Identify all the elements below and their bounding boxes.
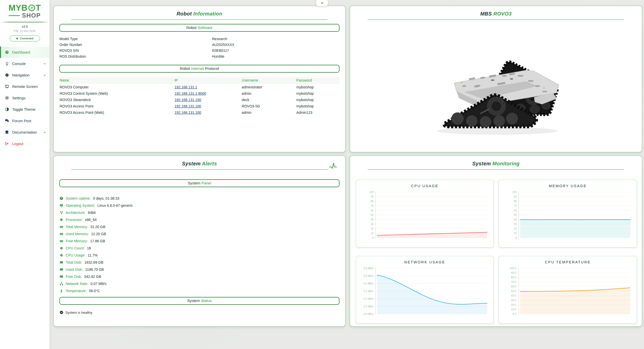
stat-label: Network Rate: [66, 282, 88, 286]
memory-usage-panel: MEMORY USAGE 1009080706050403020100 [498, 180, 637, 248]
ip-link[interactable]: 192.168.131.100 [175, 104, 201, 108]
sidebar-item-documentation[interactable]: Documentation [0, 126, 49, 138]
stat-row-free-memory: Free Memory:17.86 GB [59, 237, 340, 245]
svg-text:0°C: 0°C [512, 313, 517, 315]
ip-link[interactable]: 192.168.131.1 [175, 85, 197, 89]
sidebar-item-dashboard[interactable]: Dashboard [0, 46, 49, 58]
sidebar-item-remote-screen[interactable]: Remote Screen [0, 81, 49, 92]
svg-text:100°C: 100°C [510, 267, 517, 270]
disk-icon [59, 275, 63, 279]
chevron-down-icon [43, 131, 46, 134]
sidebar-item-label: Documentation [12, 130, 37, 134]
table-row: ROVO3 Control System (Web)192.168.131.1:… [59, 90, 340, 97]
username-value: admin [242, 109, 296, 116]
sidebar-item-console[interactable]: Console [0, 58, 49, 69]
stat-value: 0 days, 01:38:33 [93, 196, 120, 200]
cpu-usage-chart-title: CPU USAGE [356, 184, 493, 188]
robot-3d-image [426, 42, 568, 147]
sidebar-item-toggle-theme[interactable]: Toggle Theme [0, 104, 49, 115]
title-underline [71, 169, 328, 170]
robot-head-icon [28, 4, 36, 12]
svg-text:0: 0 [372, 236, 374, 239]
health-status-text: System is healthy [65, 311, 92, 314]
main-content: Robot Information Robot Software Model T… [49, 0, 644, 349]
robot-internet-protocol-section-header: Robot Internet Protocol [59, 65, 340, 73]
svg-text:20: 20 [371, 227, 374, 230]
forum-icon [5, 119, 9, 123]
table-row: ROVO3 Access Point192.168.131.100ROVO3-5… [59, 103, 340, 109]
svg-text:0.3 MB/s: 0.3 MB/s [364, 275, 374, 277]
password-value: mybotshop [296, 97, 340, 103]
username-value: administrator [242, 84, 296, 90]
stat-row-total-memory: Total Memory:31.20 GB [59, 223, 340, 230]
stat-label: CPU Count: [66, 246, 85, 250]
system-monitoring-title: System Monitoring [350, 161, 642, 167]
chip-icon [59, 253, 63, 257]
field-label: ROS Distribution [59, 54, 86, 58]
stat-value: 11.7% [88, 253, 98, 257]
logout-icon [5, 141, 9, 146]
svg-text:70: 70 [514, 204, 517, 207]
robot-information-title: Robot Information [54, 11, 345, 17]
stat-row-operating-system: Operating System:Linux 6.8.0-87-generic [59, 202, 340, 209]
cpu-temperature-chart-title: CPU TEMPERATURE [499, 260, 637, 264]
robot-information-card: Robot Information Robot Software Model T… [53, 6, 346, 152]
stat-row-temperature: Temperature:56.0°C [59, 287, 340, 294]
svg-text:10: 10 [514, 232, 517, 235]
stat-value: 542.82 GB [84, 275, 101, 279]
field-label: ROVO3 S/N [59, 49, 79, 53]
ip-link[interactable]: 192.168.131.100 [175, 110, 201, 115]
svg-text:30°C: 30°C [511, 299, 516, 302]
sidebar: MYB T SHOP v3.5 FW: 14 Nov 2025 Connecte… [0, 0, 50, 349]
stat-row-architecture: Architecture:64bit [59, 209, 340, 216]
sidebar-item-settings[interactable]: Settings [0, 92, 49, 104]
pulse-icon [327, 162, 338, 170]
stat-label: CPU Usage: [66, 253, 86, 257]
theme-icon [5, 107, 9, 112]
thermometer-icon [59, 289, 63, 293]
device-name: ROVO3 Control System (Web) [59, 90, 174, 97]
cpu-temperature-panel: CPU TEMPERATURE 100°C90°C80°C70°C60°C50°… [498, 256, 637, 324]
stat-label: Operating System: [66, 203, 95, 208]
memory-icon [59, 239, 63, 243]
sidebar-item-logout[interactable]: Logout [0, 138, 49, 149]
ip-link[interactable]: 192.168.131.150 [175, 98, 201, 102]
network-usage-chart-title: NETWORK USAGE [356, 260, 493, 264]
svg-text:0.1 MB/s: 0.1 MB/s [364, 305, 374, 308]
clock-icon [59, 196, 63, 200]
network-icon [59, 282, 63, 286]
collapse-panel-button[interactable] [316, 0, 328, 6]
ip-table-header-row: NameIPUsernamePassword [59, 77, 340, 84]
sidebar-item-navigation[interactable]: Navigation [0, 69, 49, 81]
sidebar-item-forum-post[interactable]: Forum Post [0, 115, 49, 126]
sidebar-item-label: Toggle Theme [12, 107, 36, 112]
robot-view-card: MBS ROVO3 [350, 6, 642, 152]
svg-text:0: 0 [515, 236, 517, 239]
stat-value: 0.07 MB/s [91, 282, 107, 286]
stat-value: 64bit [88, 211, 96, 215]
memory-icon [59, 225, 63, 229]
stat-value: 16 [87, 246, 91, 250]
username-value: deck [242, 97, 296, 103]
system-alerts-title: System Alerts [54, 161, 345, 167]
title-underline [368, 20, 624, 20]
ip-link[interactable]: 192.168.131.1:9000 [175, 91, 206, 96]
svg-text:0.1 MB/s: 0.1 MB/s [364, 297, 374, 300]
username-value: ROVO3-5G [242, 103, 296, 109]
system-status-section-header: System Status [59, 297, 340, 305]
ip-table: NameIPUsernamePasswordROVO3 Computer192.… [59, 77, 340, 116]
stat-value: 17.86 GB [90, 239, 105, 243]
stat-row-used-memory: Used Memory:12.20 GB [59, 230, 340, 237]
firmware-label: FW: 14 Nov 2025 [0, 29, 49, 33]
password-value: mybotshop [296, 90, 340, 97]
info-field-row: ROVO3 S/NR3EB0117 [59, 49, 340, 54]
svg-text:0.0 MB/s: 0.0 MB/s [364, 313, 374, 315]
svg-text:60: 60 [514, 209, 517, 212]
field-value: Research [212, 37, 227, 41]
robot-software-section-header: Robot Software [59, 24, 340, 32]
svg-text:50°C: 50°C [511, 290, 516, 293]
logo: MYB T SHOP [0, 0, 49, 19]
system-monitoring-card: System Monitoring CPU USAGE 100908070605… [350, 155, 642, 327]
svg-text:0.3 MB/s: 0.3 MB/s [364, 267, 374, 270]
stat-label: Architecture: [66, 211, 86, 215]
